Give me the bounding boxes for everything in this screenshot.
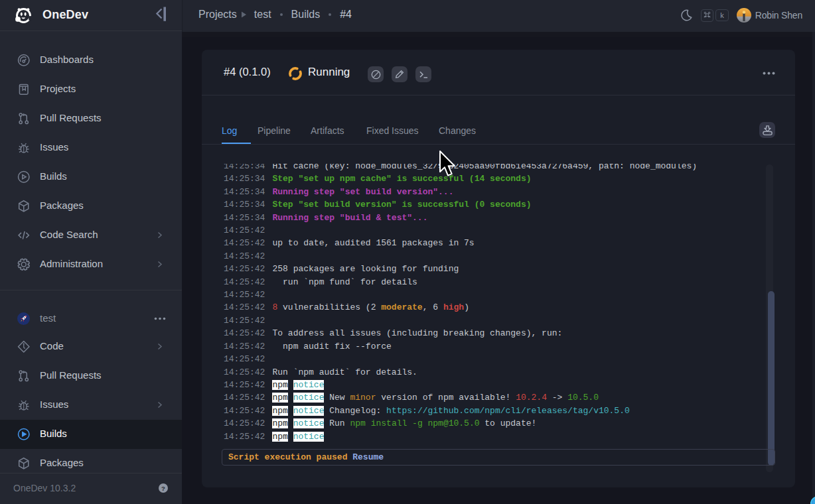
svg-text:?: ? xyxy=(161,485,165,492)
